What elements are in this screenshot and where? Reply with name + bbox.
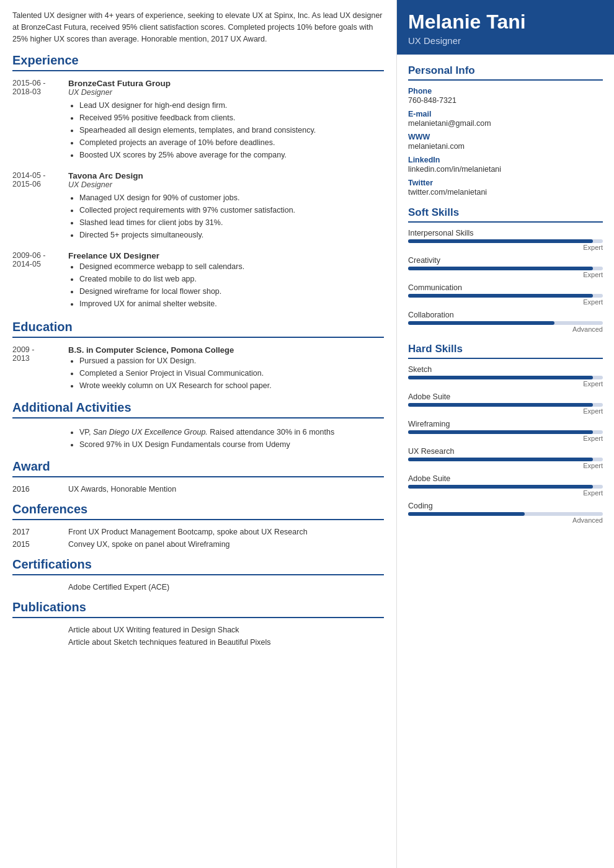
skill-bar-background: [408, 485, 603, 489]
certifications-list: Adobe Certified Expert (ACE): [12, 583, 384, 591]
activities-list: VP, San Diego UX Excellence Group. Raise…: [68, 426, 384, 451]
conferences-list: 2017Front UX Product Management Bootcamp…: [12, 528, 384, 549]
experience-entry: 2015-06 -2018-03 BronzeCast Futura Group…: [12, 79, 384, 161]
right-column: Melanie Tani UX Designer Personal Info P…: [397, 0, 614, 868]
skill-bar-fill: [408, 458, 593, 461]
italic-org: San Diego UX Excellence Group.: [93, 428, 208, 436]
hard-skills-title: Hard Skills: [408, 343, 603, 359]
company-name: Freelance UX Designer: [68, 251, 384, 260]
activity-item: Scored 97% in UX Design Fundamentals cou…: [79, 438, 384, 451]
skill-level-label: Expert: [408, 244, 603, 251]
skill-name: Adobe Suite: [408, 392, 603, 401]
award-year: 2016: [12, 485, 68, 494]
soft-skill-item: Interpersonal Skills Expert: [408, 229, 603, 251]
summary-text: Talented UX designer with 4+ years of ex…: [12, 10, 384, 45]
bullet-item: Spearheaded all design elements, templat…: [79, 124, 384, 136]
activities-bullet-list: VP, San Diego UX Excellence Group. Raise…: [68, 426, 384, 451]
job-title: UX Designer: [68, 180, 384, 189]
bullet-list: Lead UX designer for high-end design fir…: [68, 99, 384, 161]
candidate-title: UX Designer: [408, 35, 603, 46]
hard-skill-item: Coding Advanced: [408, 502, 603, 524]
conference-description: Convey UX, spoke on panel about Wirefram…: [68, 540, 230, 549]
skill-bar-fill: [408, 376, 593, 379]
bullet-item: Boosted UX scores by 25% above average f…: [79, 149, 384, 161]
email-label: E-mail: [408, 110, 603, 118]
skill-bar-background: [408, 458, 603, 461]
experience-entry: 2014-05 -2015-06 Tavona Arc Design UX De…: [12, 171, 384, 241]
skill-bar-fill: [408, 485, 593, 489]
bullet-item: Improved UX for animal shelter website.: [79, 298, 384, 310]
conference-description: Front UX Product Management Bootcamp, sp…: [68, 528, 308, 536]
experience-section-title: Experience: [12, 53, 384, 71]
award-list: 2016UX Awards, Honorable Mention: [12, 485, 384, 494]
date-range: 2009-06 -2014-05: [12, 251, 68, 310]
conference-entry: 2017Front UX Product Management Bootcamp…: [12, 528, 384, 536]
bullet-item: Directed 5+ projects simultaneously.: [79, 229, 384, 241]
activities-section-title: Additional Activities: [12, 401, 384, 418]
hard-skill-item: Wireframing Expert: [408, 420, 603, 442]
soft-skills-title: Soft Skills: [408, 206, 603, 223]
personal-info-block: Phone 760-848-7321 E-mail melanietani@gm…: [408, 87, 603, 197]
education-section-title: Education: [12, 320, 384, 338]
bullet-item: Designed wireframe for local flower shop…: [79, 285, 384, 298]
bullet-item: Lead UX designer for high-end design fir…: [79, 99, 384, 112]
date-range: 2015-06 -2018-03: [12, 79, 68, 161]
skill-bar-background: [408, 321, 603, 325]
conference-year: 2015: [12, 540, 68, 549]
skill-level-label: Expert: [408, 380, 603, 388]
publications-section-title: Publications: [12, 600, 384, 618]
conference-entry: 2015Convey UX, spoke on panel about Wire…: [12, 540, 384, 549]
soft-skill-item: Communication Expert: [408, 283, 603, 306]
skill-bar-fill: [408, 321, 554, 325]
bullet-list: Managed UX design for 90% of customer jo…: [68, 192, 384, 241]
skill-name: Interpersonal Skills: [408, 229, 603, 237]
www-label: WWW: [408, 133, 603, 141]
hard-skill-item: Sketch Expert: [408, 365, 603, 388]
left-column: Talented UX designer with 4+ years of ex…: [0, 0, 397, 868]
skill-bar-background: [408, 376, 603, 379]
personal-info-title: Personal Info: [408, 64, 603, 81]
education-list: 2009 -2013 B.S. in Computer Science, Pom…: [12, 345, 384, 392]
award-entry: 2016UX Awards, Honorable Mention: [12, 485, 384, 494]
bullet-item: Slashed lead times for client jobs by 31…: [79, 216, 384, 229]
twitter-value: twitter.com/melanietani: [408, 188, 603, 197]
bullet-item: Wrote weekly column on UX Research for s…: [79, 379, 384, 392]
hard-skill-item: Adobe Suite Expert: [408, 474, 603, 497]
page-layout: Talented UX designer with 4+ years of ex…: [0, 0, 614, 868]
skill-bar-fill: [408, 430, 593, 434]
conferences-section-title: Conferences: [12, 502, 384, 520]
education-entry: 2009 -2013 B.S. in Computer Science, Pom…: [12, 345, 384, 392]
skill-bar-background: [408, 267, 603, 270]
twitter-label: Twitter: [408, 179, 603, 187]
bullet-list: Designed ecommerce webapp to sell calend…: [68, 260, 384, 310]
entry-content: Tavona Arc Design UX Designer Managed UX…: [68, 171, 384, 241]
linkedin-label: LinkedIn: [408, 156, 603, 164]
bullet-item: Created mobile to do list web app.: [79, 273, 384, 285]
skill-level-label: Advanced: [408, 326, 603, 333]
bullet-list: Pursued a passion for UX Design.Complete…: [68, 355, 384, 392]
skill-bar-background: [408, 403, 603, 407]
skill-bar-background: [408, 239, 603, 243]
publication-item: Article about UX Writing featured in Des…: [68, 626, 384, 634]
skill-bar-fill: [408, 267, 593, 270]
skill-level-label: Expert: [408, 435, 603, 442]
bullet-item: Received 95% positive feedback from clie…: [79, 112, 384, 124]
soft-skills-list: Interpersonal Skills Expert Creativity E…: [408, 229, 603, 333]
skill-bar-background: [408, 294, 603, 298]
phone-label: Phone: [408, 87, 603, 95]
hard-skill-item: UX Research Expert: [408, 447, 603, 469]
candidate-name: Melanie Tani: [408, 11, 603, 33]
award-section-title: Award: [12, 459, 384, 477]
certifications-section-title: Certifications: [12, 557, 384, 575]
skill-level-label: Expert: [408, 407, 603, 415]
skill-level-label: Advanced: [408, 516, 603, 524]
bullet-item: Designed ecommerce webapp to sell calend…: [79, 260, 384, 273]
date-range: 2014-05 -2015-06: [12, 171, 68, 241]
publication-item: Article about Sketch techniques featured…: [68, 638, 384, 647]
experience-list: 2015-06 -2018-03 BronzeCast Futura Group…: [12, 79, 384, 310]
hard-skills-list: Sketch Expert Adobe Suite Expert Wirefra…: [408, 365, 603, 524]
award-description: UX Awards, Honorable Mention: [68, 485, 176, 494]
www-value: melanietani.com: [408, 142, 603, 151]
bullet-item: Completed a Senior Project in Visual Com…: [79, 367, 384, 379]
skill-bar-fill: [408, 403, 593, 407]
